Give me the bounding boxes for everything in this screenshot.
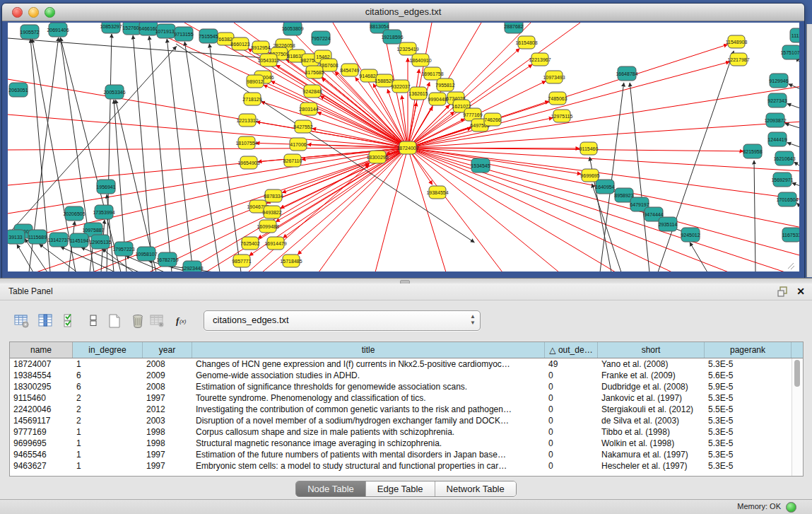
graph-node[interactable]: 1115689: [28, 230, 47, 244]
cell-out_degree[interactable]: 49: [545, 358, 598, 370]
cell-name[interactable]: 9699695: [10, 438, 73, 449]
graph-node[interactable]: 9713155: [174, 27, 193, 41]
network-canvas[interactable]: 1872400718300295193845547663822866012389…: [8, 23, 799, 271]
graph-node[interactable]: 10543312: [257, 54, 279, 66]
table-row[interactable]: 2242004622012Investigating the contribut…: [10, 404, 803, 415]
cell-out_degree[interactable]: 0: [545, 426, 598, 438]
table-row[interactable]: 969969511998Structural magnetic resonanc…: [10, 438, 803, 449]
column-checklist-icon[interactable]: [60, 310, 80, 330]
cell-pagerank[interactable]: 5.3E-5: [705, 449, 792, 460]
graph-node[interactable]: 7957224: [311, 31, 330, 45]
cell-in_degree[interactable]: 6: [73, 381, 143, 392]
cell-in_degree[interactable]: 1: [73, 426, 143, 438]
cell-pagerank[interactable]: 5.3E-5: [705, 358, 792, 370]
cell-title[interactable]: Estimation of the future numbers of pati…: [192, 449, 545, 460]
graph-node[interactable]: 9245012: [681, 228, 700, 242]
graph-node[interactable]: 9115460: [579, 142, 599, 155]
cell-pagerank[interactable]: 5.9E-5: [705, 381, 792, 392]
graph-node[interactable]: 8878334: [264, 189, 283, 202]
graph-edge[interactable]: [135, 23, 408, 148]
cell-in_degree[interactable]: 2: [73, 404, 143, 415]
cell-out_degree[interactable]: 0: [545, 460, 598, 472]
graph-node[interactable]: 18640910: [409, 54, 431, 66]
column-header-out_degree[interactable]: △ out_de…: [545, 342, 598, 358]
cell-year[interactable]: 1997: [143, 392, 192, 404]
cell-name[interactable]: 9777169: [10, 426, 73, 438]
graph-node[interactable]: 19384554: [426, 186, 448, 199]
graph-node[interactable]: 7625402: [240, 237, 259, 250]
cell-name[interactable]: 19384554: [10, 370, 73, 381]
cell-pagerank[interactable]: 5.3E-5: [705, 438, 792, 449]
cell-year[interactable]: 2009: [143, 370, 192, 381]
cell-short[interactable]: Yano et al. (2008): [598, 358, 705, 370]
graph-node[interactable]: 16648784: [616, 66, 637, 81]
cell-short[interactable]: Wolkin et al. (1998): [598, 438, 705, 449]
graph-node[interactable]: 9857771: [232, 255, 251, 267]
cell-name[interactable]: 18724007: [10, 358, 73, 370]
graph-node[interactable]: 20053346: [103, 85, 125, 99]
graph-node[interactable]: 15718485: [280, 255, 302, 267]
table-row[interactable]: 977716911998Corpus callosum shape and si…: [10, 426, 803, 438]
graph-node[interactable]: 7515545: [199, 29, 218, 43]
graph-node[interactable]: 15751074: [780, 45, 799, 59]
table-row[interactable]: 1938455462009Genome-wide association stu…: [10, 370, 803, 381]
graph-edge[interactable]: [262, 148, 408, 271]
cell-title[interactable]: Tourette syndrome. Phenomenology and cla…: [192, 392, 545, 404]
graph-node[interactable]: 9699695: [580, 169, 599, 182]
network-canvas-svg[interactable]: 1872400718300295193845547663822866012389…: [8, 23, 799, 271]
graph-node[interactable]: 111237: [790, 28, 799, 42]
graph-edge[interactable]: [690, 243, 707, 271]
graph-node[interactable]: 11548908: [726, 35, 748, 48]
graph-edge[interactable]: [133, 35, 153, 271]
graph-edge[interactable]: [787, 104, 799, 109]
table-row[interactable]: 911546021997Tourette syndrome. Phenomeno…: [10, 392, 803, 404]
graph-node[interactable]: 7485063: [548, 92, 567, 105]
table-row[interactable]: 1456911722003Disruption of a novel membe…: [10, 415, 803, 426]
graph-edge[interactable]: [794, 162, 799, 168]
graph-edge[interactable]: [408, 69, 419, 148]
graph-node[interactable]: 417006: [290, 138, 307, 151]
graph-edge[interactable]: [8, 148, 408, 214]
cell-in_degree[interactable]: 1: [73, 449, 143, 460]
graph-node[interactable]: 16053809: [281, 23, 303, 35]
graph-edge[interactable]: [408, 148, 729, 271]
graph-node[interactable]: 20691406: [47, 23, 69, 37]
rows-icon[interactable]: [83, 310, 103, 330]
graph-edge[interactable]: [787, 143, 799, 148]
graph-edge[interactable]: [408, 122, 799, 148]
graph-node[interactable]: 1362615: [408, 87, 428, 100]
cell-title[interactable]: Disruption of a novel member of a sodium…: [192, 415, 545, 426]
graph-node[interactable]: 16782759: [156, 252, 178, 267]
graph-edge[interactable]: [298, 148, 408, 255]
float-window-icon[interactable]: [777, 286, 788, 297]
graph-node[interactable]: 13142737: [47, 233, 69, 247]
graph-node[interactable]: 18107554: [235, 136, 257, 149]
tab-edge-table[interactable]: Edge Table: [366, 481, 435, 496]
graph-node[interactable]: 17353994: [93, 205, 114, 219]
cell-short[interactable]: Franke et al. (2009): [598, 370, 705, 381]
graph-node[interactable]: 8660123: [230, 37, 249, 50]
cell-pagerank[interactable]: 5.3E-5: [705, 460, 792, 472]
cell-out_degree[interactable]: 0: [545, 370, 598, 381]
graph-node[interactable]: 16210643: [773, 151, 795, 165]
table-scrollbar[interactable]: [792, 358, 803, 476]
cell-year[interactable]: 1997: [143, 460, 192, 472]
cell-out_degree[interactable]: 0: [545, 449, 598, 460]
select-columns-icon[interactable]: [35, 310, 55, 330]
cell-short[interactable]: de Silva et al. (2003): [598, 415, 705, 426]
cell-name[interactable]: 9463627: [10, 460, 73, 472]
cell-short[interactable]: Hescheler et al. (1997): [598, 460, 705, 472]
cell-title[interactable]: Estimation of significance thresholds fo…: [192, 381, 545, 392]
graph-node[interactable]: 9322037: [391, 80, 410, 93]
graph-edge[interactable]: [408, 23, 580, 148]
trash-icon[interactable]: [128, 310, 148, 330]
graph-node[interactable]: 746266: [484, 113, 501, 126]
cell-year[interactable]: 2012: [143, 404, 192, 415]
cell-in_degree[interactable]: 1: [73, 460, 143, 472]
cell-year[interactable]: 1998: [143, 426, 192, 438]
cell-out_degree[interactable]: 0: [545, 415, 598, 426]
cell-short[interactable]: Nakamura et al. (1997): [598, 449, 705, 460]
graph-node[interactable]: 1956941: [96, 180, 115, 194]
graph-edge[interactable]: [408, 148, 581, 174]
cell-in_degree[interactable]: 2: [73, 392, 143, 404]
